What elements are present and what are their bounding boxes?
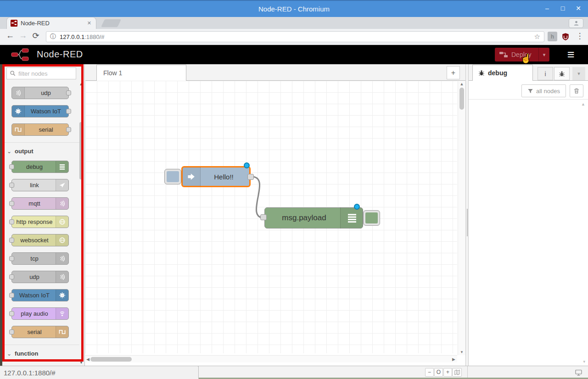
inject-node[interactable]: Hello!! xyxy=(181,166,251,187)
scroll-down-icon[interactable]: ▾ xyxy=(458,350,465,354)
palette-node[interactable]: udp xyxy=(11,87,69,99)
palette-search[interactable] xyxy=(6,67,76,79)
scroll-down-icon[interactable]: ▾ xyxy=(78,360,84,365)
tab-close-icon[interactable]: ✕ xyxy=(86,20,92,26)
tab-title: Node-RED xyxy=(21,20,86,27)
inject-changed-indicator xyxy=(244,162,250,168)
debug-toggle-button[interactable] xyxy=(363,210,380,226)
wifi-icon xyxy=(59,273,66,280)
palette-node[interactable]: udp xyxy=(11,271,69,283)
hamburger-menu-icon[interactable]: ≡ xyxy=(567,48,575,61)
nodered-header: Node-RED Deploy ▾ ≡ xyxy=(0,45,588,64)
deploy-icon xyxy=(499,51,508,58)
clear-debug-button[interactable] xyxy=(570,84,583,97)
browser-tab[interactable]: Node-RED ✕ xyxy=(6,17,96,29)
add-flow-button[interactable]: + xyxy=(447,66,460,79)
palette-node-iconzone xyxy=(56,290,68,301)
palette-items: udp xyxy=(2,81,79,366)
chip-icon xyxy=(15,108,22,115)
scroll-right-icon[interactable]: ▶ xyxy=(452,357,455,362)
navigator-toggle-button[interactable] xyxy=(452,368,462,377)
palette-node[interactable]: play audio xyxy=(11,307,69,320)
palette-node[interactable]: websocket xyxy=(11,234,69,246)
scrollbar-thumb[interactable] xyxy=(90,357,132,362)
zoom-out-button[interactable]: − xyxy=(425,368,434,377)
scrollbar-thumb[interactable] xyxy=(459,88,464,110)
new-tab-button[interactable] xyxy=(101,19,121,27)
profile-button[interactable] xyxy=(569,18,583,28)
info-tab-button[interactable]: i xyxy=(538,67,553,80)
titlebar: Node-RED - Chromium – □ ✕ xyxy=(0,0,588,17)
bug-icon xyxy=(478,70,485,76)
zoom-reset-button[interactable]: O xyxy=(434,368,443,377)
palette-node-port xyxy=(9,311,14,316)
palette-node[interactable]: tcp xyxy=(11,252,69,265)
palette-node-port xyxy=(9,293,14,298)
open-debug-window-button[interactable] xyxy=(573,368,584,377)
inject-output-port[interactable] xyxy=(247,174,254,180)
debug-tab-button[interactable] xyxy=(554,67,570,80)
palette-section-header[interactable]: ⌄function xyxy=(2,345,79,357)
sidebar-separator[interactable] xyxy=(465,64,469,366)
close-icon[interactable]: ✕ xyxy=(574,5,582,12)
extension-icon[interactable]: h xyxy=(548,32,557,41)
scroll-up-icon[interactable]: ▲ xyxy=(458,82,465,86)
palette-node[interactable]: Watson IoT xyxy=(11,289,69,301)
debug-node-iconzone xyxy=(340,207,363,229)
deploy-caret-icon[interactable]: ▾ xyxy=(538,48,549,61)
palette-node[interactable]: serial xyxy=(11,123,69,136)
forward-icon[interactable]: → xyxy=(17,31,28,40)
palette-node[interactable]: mqtt xyxy=(11,197,69,210)
back-icon[interactable]: ← xyxy=(5,31,16,40)
palette-node[interactable]: serial xyxy=(11,326,69,338)
browser-menu-icon[interactable]: ⋮ xyxy=(575,31,584,41)
site-info-icon[interactable]: ⓘ xyxy=(50,33,56,41)
scroll-left-icon[interactable]: ◀ xyxy=(86,357,90,362)
reload-icon[interactable]: ⟳ xyxy=(30,31,41,41)
bookmark-star-icon[interactable]: ☆ xyxy=(534,33,540,41)
palette-node-label: serial xyxy=(25,124,67,135)
tab-debug[interactable]: debug xyxy=(472,65,533,81)
minimize-icon[interactable]: – xyxy=(543,5,551,12)
debug-input-port[interactable] xyxy=(260,214,267,220)
list-icon xyxy=(59,163,66,170)
sidebar-caret-icon[interactable]: ▾ xyxy=(572,67,585,80)
palette-node-iconzone xyxy=(12,124,25,135)
tab-flow-1[interactable]: Flow 1 xyxy=(96,65,186,81)
url-bar[interactable]: ⓘ 127.0.0.1 :1880/# ☆ xyxy=(46,31,544,42)
palette-node-port xyxy=(9,201,14,206)
filter-all-nodes-button[interactable]: all nodes xyxy=(521,84,566,97)
zoom-in-button[interactable]: + xyxy=(443,368,452,377)
node-palette: udp xyxy=(2,64,85,366)
scroll-up-icon[interactable]: ▲ xyxy=(78,82,84,86)
canvas-horizontal-scrollbar[interactable]: ◀ ▶ xyxy=(85,355,457,362)
canvas-vertical-scrollbar[interactable]: ▲ ▾ xyxy=(458,81,465,355)
flow-tab-bar: Flow 1 + xyxy=(85,64,465,81)
workspace-grid[interactable]: Hello!! msg.payload xyxy=(85,81,457,353)
chevron-down-icon: ⌄ xyxy=(7,351,11,357)
palette-node-iconzone xyxy=(56,161,68,173)
palette-node[interactable]: Watson IoT xyxy=(11,105,69,117)
debug-node[interactable]: msg.payload xyxy=(264,207,363,229)
palette-scrollbar[interactable]: ▲ ▾ xyxy=(78,82,84,365)
palette-section-header[interactable]: ⌄output xyxy=(2,142,79,155)
palette-section-label: function xyxy=(15,350,38,357)
brand-title: Node-RED xyxy=(37,49,83,60)
scroll-up-icon: ▲ xyxy=(581,102,585,106)
palette-node-iconzone xyxy=(56,234,68,246)
palette-node-port xyxy=(9,256,14,261)
map-icon xyxy=(454,369,460,375)
filter-nodes-input[interactable] xyxy=(18,70,73,77)
ublock-shield-icon[interactable] xyxy=(560,32,570,41)
scrollbar-thumb[interactable] xyxy=(79,122,83,179)
palette-node[interactable]: link xyxy=(11,179,69,191)
inject-button[interactable] xyxy=(164,169,181,184)
maximize-icon[interactable]: □ xyxy=(559,5,567,12)
palette-node[interactable]: debug xyxy=(11,161,69,173)
node-red-favicon xyxy=(11,20,17,27)
debug-message-pane[interactable]: ▲ ▾ xyxy=(469,100,588,366)
tab-strip: Node-RED ✕ xyxy=(0,17,588,29)
palette-node[interactable]: http response xyxy=(11,216,69,228)
search-icon xyxy=(10,70,16,77)
palette-node-iconzone xyxy=(56,271,68,283)
